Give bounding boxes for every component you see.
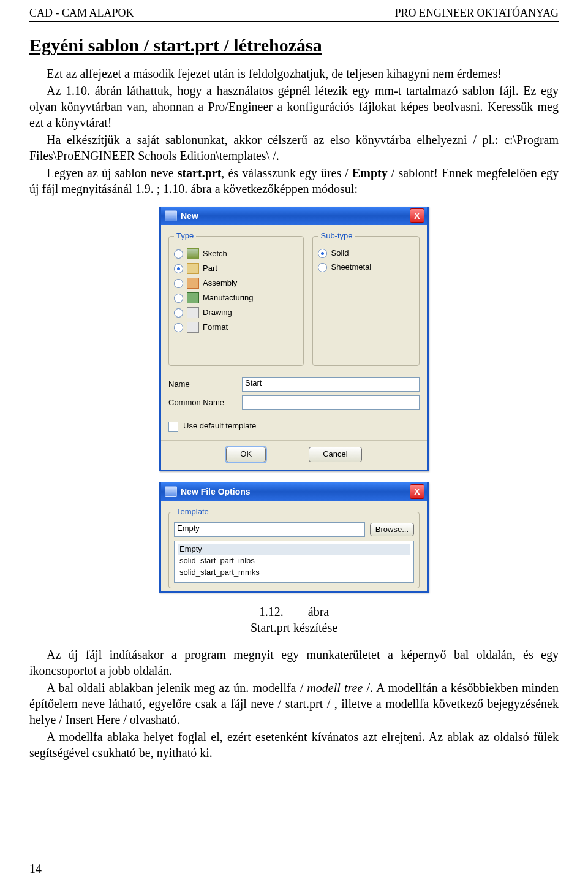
body-para: A modellfa ablaka helyet foglal el, ezér… — [29, 729, 559, 761]
header-left: CAD - CAM ALAPOK — [29, 6, 134, 20]
type-option-label: Manufacturing — [203, 293, 253, 303]
radio-icon — [174, 264, 183, 273]
separator — [161, 440, 427, 441]
radio-icon — [318, 249, 327, 258]
app-icon — [165, 210, 177, 221]
close-icon: X — [414, 486, 420, 497]
template-listbox[interactable]: Emptysolid_start_part_inlbssolid_start_p… — [174, 541, 414, 583]
type-group: Type SketchPartAssemblyManufacturingDraw… — [168, 231, 304, 366]
subtype-option-sheetmetal[interactable]: Sheetmetal — [318, 261, 414, 275]
drawing-icon — [187, 307, 199, 318]
header-right: PRO ENGINEER OKTATÓANYAG — [394, 6, 559, 20]
app-icon — [165, 486, 177, 497]
type-option-format[interactable]: Format — [174, 320, 298, 335]
type-option-part[interactable]: Part — [174, 261, 298, 276]
figure-caption: 1.12. ábra Start.prt készítése — [29, 604, 559, 636]
radio-icon — [174, 308, 183, 318]
type-legend: Type — [174, 231, 196, 242]
caption-number: 1.12. — [259, 604, 284, 620]
subtype-option-label: Sheetmetal — [331, 262, 371, 273]
options-dialog-title: New File Options — [181, 486, 251, 497]
dialog-figure: New X Type SketchPartAssemblyManufacturi… — [159, 207, 429, 592]
type-option-label: Format — [203, 322, 228, 333]
new-dialog-titlebar: New X — [161, 207, 427, 225]
subtype-option-label: Solid — [331, 248, 349, 259]
body-para: Ha elkészítjük a saját sablonunkat, akko… — [29, 132, 559, 164]
ok-button[interactable]: OK — [226, 447, 266, 462]
format-icon — [187, 322, 199, 333]
subtype-option-solid[interactable]: Solid — [318, 246, 414, 261]
type-option-label: Assembly — [203, 278, 237, 289]
new-file-options-dialog: New File Options X Template Empty Browse… — [159, 482, 429, 593]
use-default-template-checkbox[interactable] — [168, 422, 178, 432]
type-option-label: Sketch — [203, 249, 227, 259]
body-para: Ezt az alfejezet a második fejezet után … — [29, 66, 559, 82]
subtype-legend: Sub-type — [318, 231, 355, 242]
new-dialog: New X Type SketchPartAssemblyManufacturi… — [159, 207, 429, 471]
close-button[interactable]: X — [410, 484, 424, 499]
body-para: A bal oldali ablakban jelenik meg az ún.… — [29, 680, 559, 728]
subtype-group: Sub-type SolidSheetmetal — [312, 231, 420, 366]
type-option-manufacturing[interactable]: Manufacturing — [174, 291, 298, 305]
new-dialog-title: New — [181, 210, 198, 221]
running-header: CAD - CAM ALAPOK PRO ENGINEER OKTATÓANYA… — [29, 6, 559, 22]
radio-icon — [318, 263, 327, 272]
options-dialog-titlebar: New File Options X — [161, 482, 427, 501]
template-legend: Template — [174, 507, 211, 517]
page-number: 14 — [29, 861, 42, 877]
assembly-icon — [187, 278, 199, 289]
part-icon — [187, 263, 199, 274]
radio-icon — [174, 249, 183, 259]
use-default-template-label: Use default template — [183, 421, 256, 432]
type-option-label: Drawing — [203, 308, 232, 318]
template-input[interactable]: Empty — [174, 522, 365, 537]
body-para: Az új fájl indításakor a program megnyit… — [29, 647, 559, 679]
browse-button[interactable]: Browse... — [370, 523, 414, 537]
manufacturing-icon — [187, 292, 199, 303]
section-title: Egyéni sablon / start.prt / létrehozása — [29, 33, 559, 57]
caption-subtitle: Start.prt készítése — [29, 620, 559, 636]
body-para: Az 1.10. ábrán láthattuk, hogy a használ… — [29, 83, 559, 131]
template-group: Template Empty Browse... Emptysolid_star… — [168, 507, 420, 588]
common-name-input[interactable] — [242, 395, 420, 410]
name-input[interactable]: Start — [242, 377, 420, 392]
type-option-assembly[interactable]: Assembly — [174, 276, 298, 291]
radio-icon — [174, 323, 183, 332]
template-list-item[interactable]: solid_start_part_mmks — [178, 567, 410, 579]
name-label: Name — [168, 379, 236, 390]
caption-label: ábra — [308, 604, 329, 620]
cancel-button[interactable]: Cancel — [309, 447, 361, 462]
type-option-sketch[interactable]: Sketch — [174, 246, 298, 261]
common-name-label: Common Name — [168, 398, 236, 408]
sketch-icon — [187, 248, 199, 259]
type-option-label: Part — [203, 264, 217, 274]
close-icon: X — [414, 210, 420, 221]
body-para: Legyen az új sablon neve start.prt, és v… — [29, 165, 559, 197]
radio-icon — [174, 294, 183, 303]
radio-icon — [174, 279, 183, 288]
template-list-item[interactable]: Empty — [178, 544, 410, 555]
close-button[interactable]: X — [410, 208, 424, 223]
type-option-drawing[interactable]: Drawing — [174, 305, 298, 320]
template-list-item[interactable]: solid_start_part_inlbs — [178, 555, 410, 567]
